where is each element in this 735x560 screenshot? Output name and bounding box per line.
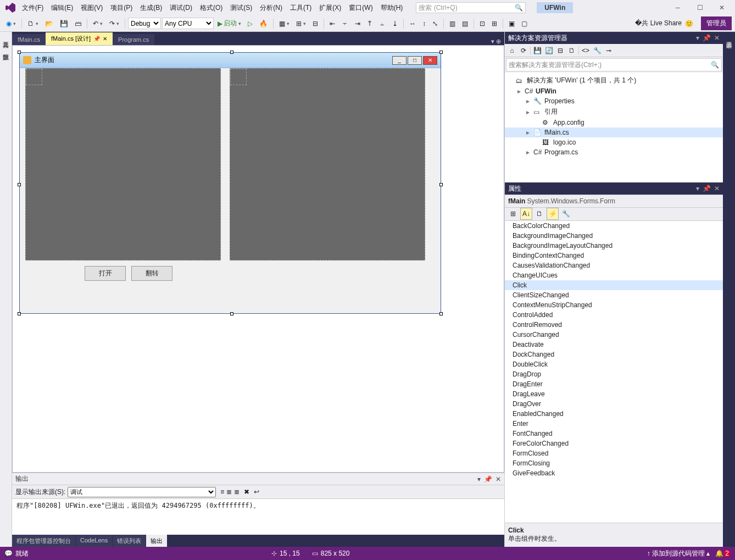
tree-解决方案 'UFWin' (1 个项目，共 1 个)[interactable]: 🗂解决方案 'UFWin' (1 个项目，共 1 个) bbox=[505, 75, 723, 86]
space-h-icon[interactable]: ▥ bbox=[447, 18, 458, 29]
clear-output-icon[interactable]: ✖ bbox=[244, 488, 249, 496]
platform-select[interactable]: Any CPU bbox=[162, 18, 214, 29]
config-select[interactable]: Debug bbox=[128, 18, 161, 29]
home-icon[interactable]: ⌂ bbox=[507, 46, 517, 56]
sync-icon[interactable]: ⟳ bbox=[519, 46, 528, 56]
form-button-open[interactable]: 打开 bbox=[85, 266, 126, 281]
prop-FontChanged[interactable]: FontChanged bbox=[505, 429, 723, 439]
size-v-icon[interactable]: ↕ bbox=[420, 18, 428, 29]
categorized-icon[interactable]: ⊞ bbox=[507, 208, 519, 220]
prop-Deactivate[interactable]: Deactivate bbox=[505, 340, 723, 350]
rail-工具箱[interactable]: 工具箱 bbox=[1, 34, 11, 41]
menu-生成[interactable]: 生成(B) bbox=[137, 1, 165, 15]
tree-引用[interactable]: ▸▭引用 bbox=[505, 106, 723, 118]
prop-DockChanged[interactable]: DockChanged bbox=[505, 350, 723, 359]
panel-pin-icon[interactable]: 📌 bbox=[703, 34, 711, 42]
form-button-flip[interactable]: 翻转 bbox=[131, 266, 172, 281]
prop-ChangeUICues[interactable]: ChangeUICues bbox=[505, 270, 723, 280]
property-object[interactable]: fMain System.Windows.Forms.Form bbox=[505, 195, 723, 208]
prop-FormClosed[interactable]: FormClosed bbox=[505, 448, 723, 458]
bottab-错误列表[interactable]: 错误列表 bbox=[113, 535, 146, 547]
tree-<b>UFWin</b>[interactable]: ▸C#UFWin bbox=[505, 86, 723, 96]
notifications-button[interactable]: 🔔2 bbox=[715, 550, 731, 557]
panel-dropdown-icon[interactable]: ▾ bbox=[696, 34, 699, 42]
liveshare-button[interactable]: �共 Live Share bbox=[635, 19, 682, 28]
form-body[interactable]: 打开 翻转 bbox=[20, 68, 441, 313]
source-control-button[interactable]: ↑ 添加到源代码管理 ▴ bbox=[647, 549, 710, 558]
new-item-button[interactable]: 🗋▾ bbox=[25, 18, 41, 29]
align-center-icon[interactable]: ⫟ bbox=[339, 18, 351, 29]
search-input[interactable]: 搜索 (Ctrl+Q) 🔍 bbox=[416, 2, 526, 13]
menu-扩展[interactable]: 扩展(X) bbox=[316, 1, 344, 15]
panel-dropdown-icon[interactable]: ▾ bbox=[696, 185, 699, 192]
out-btn1[interactable]: ≡ bbox=[220, 488, 224, 496]
space-v-icon[interactable]: ▤ bbox=[459, 18, 471, 29]
menu-帮助[interactable]: 帮助(H) bbox=[377, 1, 407, 15]
tb-btn1[interactable]: ▦▾ bbox=[276, 18, 292, 29]
prop-Click[interactable]: Click bbox=[505, 280, 723, 290]
panel-close-icon[interactable]: ✕ bbox=[495, 475, 501, 483]
open-file-button[interactable]: 📂 bbox=[42, 18, 56, 29]
bring-front-icon[interactable]: ▣ bbox=[506, 18, 517, 29]
center-v-icon[interactable]: ⊞ bbox=[489, 18, 500, 29]
bottab-程序包管理器控制台[interactable]: 程序包管理器控制台 bbox=[12, 535, 76, 547]
size-both-icon[interactable]: ⤡ bbox=[430, 18, 441, 29]
messages-icon[interactable]: 🔧 bbox=[560, 208, 572, 220]
refresh-icon[interactable]: 🔄 bbox=[544, 46, 554, 56]
prop-ClientSizeChanged[interactable]: ClientSizeChanged bbox=[505, 290, 723, 300]
tb-btn3[interactable]: ⊟ bbox=[310, 18, 321, 29]
align-top-icon[interactable]: ⤒ bbox=[364, 18, 375, 29]
prop-DragEnter[interactable]: DragEnter bbox=[505, 379, 723, 389]
save-all-button[interactable]: 🗃 bbox=[72, 18, 84, 29]
menu-分析[interactable]: 分析(N) bbox=[257, 1, 286, 15]
save-button[interactable]: 💾 bbox=[57, 18, 71, 29]
hot-reload-button[interactable]: 🔥 bbox=[257, 18, 270, 29]
menu-测试[interactable]: 测试(S) bbox=[227, 1, 255, 15]
menu-视图[interactable]: 视图(V) bbox=[77, 1, 106, 15]
menu-项目[interactable]: 项目(P) bbox=[107, 1, 136, 15]
code-icon[interactable]: <> bbox=[581, 46, 591, 56]
align-left-icon[interactable]: ⇤ bbox=[327, 18, 338, 29]
prop-GiveFeedback[interactable]: GiveFeedback bbox=[505, 468, 723, 478]
tab-fMain.cs [设计][interactable]: fMain.cs [设计] 📌 ✕ bbox=[46, 32, 113, 45]
collapse-icon[interactable]: ⊟ bbox=[555, 46, 565, 56]
prop-BindingContextChanged[interactable]: BindingContextChanged bbox=[505, 251, 723, 260]
prop-ControlRemoved[interactable]: ControlRemoved bbox=[505, 320, 723, 330]
show-all-icon[interactable]: 🗋 bbox=[567, 46, 577, 56]
prop-ContextMenuStripChanged[interactable]: ContextMenuStripChanged bbox=[505, 300, 723, 310]
out-btn2[interactable]: ≣ bbox=[226, 488, 232, 496]
panel-pin-icon[interactable]: 📌 bbox=[703, 185, 711, 192]
start-noDebug-button[interactable]: ▷ bbox=[245, 18, 255, 29]
send-back-icon[interactable]: ▢ bbox=[519, 18, 530, 29]
output-text[interactable]: 程序"[80208] UFWin.exe"已退出，返回值为 4294967295… bbox=[12, 498, 504, 535]
prop-BackColorChanged[interactable]: BackColorChanged bbox=[505, 221, 723, 231]
wrap-output-icon[interactable]: ↩ bbox=[254, 488, 259, 496]
rail-数据源[interactable]: 数据源 bbox=[1, 46, 11, 53]
prop-FormClosing[interactable]: FormClosing bbox=[505, 458, 723, 468]
tab-fMain.cs[interactable]: fMain.cs bbox=[12, 34, 46, 45]
picturebox-2[interactable] bbox=[230, 68, 425, 260]
redo-button[interactable]: ↷▾ bbox=[107, 18, 122, 29]
designed-form[interactable]: 主界面 _ □ ✕ 打开 bbox=[19, 52, 441, 314]
bottab-CodeLens[interactable]: CodeLens bbox=[76, 535, 113, 547]
prop-DoubleClick[interactable]: DoubleClick bbox=[505, 359, 723, 369]
menu-工具[interactable]: 工具(T) bbox=[287, 1, 315, 15]
rail-诊断工具[interactable]: 诊断工具 bbox=[724, 34, 734, 41]
more-icon[interactable]: ⊸ bbox=[604, 46, 614, 56]
menu-窗口[interactable]: 窗口(W) bbox=[346, 1, 376, 15]
bottab-输出[interactable]: 输出 bbox=[146, 535, 168, 547]
properties-icon[interactable]: 🗋 bbox=[533, 208, 545, 220]
feedback-icon[interactable]: 🙂 bbox=[685, 20, 693, 27]
alphabetical-icon[interactable]: A↓ bbox=[520, 208, 532, 220]
minimize-button[interactable]: ─ bbox=[667, 1, 689, 14]
tree-App.config[interactable]: ⚙App.config bbox=[505, 118, 723, 127]
tb-btn2[interactable]: ⊞▾ bbox=[293, 18, 309, 29]
panel-pin-icon[interactable]: 📌 bbox=[484, 475, 492, 483]
tree-logo.ico[interactable]: 🖼logo.ico bbox=[505, 137, 723, 147]
events-icon[interactable]: ⚡ bbox=[547, 208, 559, 220]
solution-search[interactable]: 搜索解决方案资源管理器(Ctrl+;) 🔍 bbox=[506, 58, 722, 71]
start-button[interactable]: ▶ 启动▾ bbox=[215, 17, 244, 30]
prop-CausesValidationChanged[interactable]: CausesValidationChanged bbox=[505, 260, 723, 270]
tree-Program.cs[interactable]: ▸C#Program.cs bbox=[505, 147, 723, 157]
solution-tree[interactable]: 🗂解决方案 'UFWin' (1 个项目，共 1 个)▸C#UFWin▸🔧Pro… bbox=[505, 73, 723, 182]
